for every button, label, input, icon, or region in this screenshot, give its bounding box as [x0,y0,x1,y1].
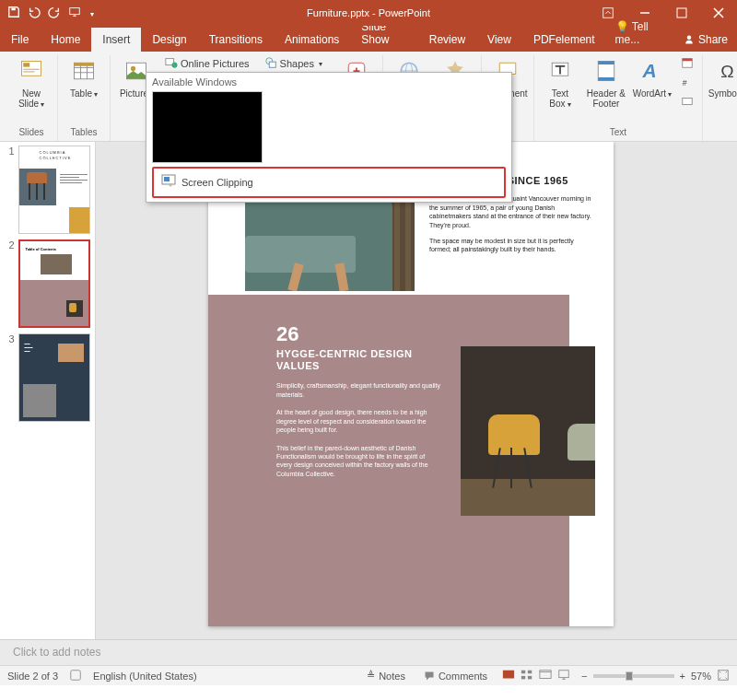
svg-rect-20 [269,62,275,67]
share-button[interactable]: Share [674,28,737,52]
slide-thumbnails-panel: 1 COLUMBIA COLLECTIVE 2 Table of Content… [0,142,96,639]
group-slides: Slides [18,125,43,141]
available-windows-header: Available Windows [146,73,511,91]
object-button[interactable] [678,94,696,111]
chairs-image[interactable] [461,346,595,516]
section-number: 26 [276,322,442,346]
tab-transitions[interactable]: Transitions [198,28,274,52]
status-bar: Slide 2 of 3 English (United States) ≜ N… [0,665,737,685]
zoom-slider[interactable] [593,674,674,678]
normal-view-icon[interactable] [502,669,515,683]
svg-rect-45 [528,675,532,679]
screen-clipping-item[interactable]: + Screen Clipping [152,167,506,198]
slide-thumbnail-1[interactable]: COLUMBIA COLLECTIVE [18,146,90,234]
svg-rect-43 [528,670,532,673]
ribbon-insert: New Slide Slides Table Tables Pictures O… [0,52,737,142]
new-slide-icon [16,55,47,87]
svg-text:+: + [169,182,172,189]
save-icon[interactable] [7,6,20,20]
header-footer-button[interactable]: Header & Footer [586,55,626,109]
online-pictures-icon [165,56,178,71]
object-icon [681,95,694,110]
wordart-button[interactable]: A WordArt [632,55,673,99]
slide-thumbnail-2[interactable]: Table of Contents [18,239,90,328]
svg-rect-8 [75,63,94,66]
shapes-button[interactable]: Shapes [262,55,325,72]
zoom-controls: − + 57% [581,669,730,683]
svg-rect-1 [70,8,80,15]
comments-toggle[interactable]: Comments [420,671,491,682]
svg-rect-33 [683,59,693,62]
zoom-in-button[interactable]: + [680,671,685,682]
svg-rect-29 [598,62,614,65]
notes-pane[interactable]: Click to add notes [0,639,737,665]
tab-review[interactable]: Review [418,28,476,52]
spellcheck-icon[interactable] [69,669,82,683]
close-button[interactable] [700,0,737,26]
header-footer-icon [591,55,622,87]
tab-design[interactable]: Design [141,28,197,52]
redo-icon[interactable] [48,6,61,20]
svg-point-12 [172,63,177,67]
slide-number-icon: # [681,76,694,90]
tab-insert[interactable]: Insert [91,28,141,52]
body-text: This belief in the pared-down aesthetic … [276,444,442,479]
shapes-icon [264,56,277,71]
text-box-icon [544,55,576,87]
slideshow-view-icon[interactable] [557,669,570,683]
body-text: Simplicity, craftsmanship, elegant funct… [276,381,442,399]
symbols-icon: Ω [713,55,737,87]
svg-rect-44 [521,675,525,679]
tab-pdfelement[interactable]: PDFelement [522,28,606,52]
tab-view[interactable]: View [476,28,522,52]
svg-rect-38 [164,177,170,181]
slide-indicator[interactable]: Slide 2 of 3 [7,671,58,682]
notes-toggle[interactable]: ≜ Notes [363,670,409,682]
language-indicator[interactable]: English (United States) [93,671,197,682]
tab-home[interactable]: Home [40,28,91,52]
svg-rect-6 [23,63,29,66]
svg-rect-47 [559,670,569,677]
online-pictures-button[interactable]: Online Pictures [162,55,252,72]
wordart-icon: A [637,55,668,87]
tab-file[interactable]: File [0,28,40,52]
tell-me[interactable]: 💡 Tell me... [606,15,674,52]
available-window-thumb[interactable] [152,91,263,163]
group-tables: Tables [71,125,98,141]
symbols-button[interactable]: Ω Symbols [708,55,737,99]
screenshot-dropdown: Available Windows + Screen Clipping [146,72,512,203]
zoom-out-button[interactable]: − [581,671,587,682]
undo-icon[interactable] [28,6,41,20]
reading-view-icon[interactable] [539,669,552,683]
editor-area: 1 COLUMBIA COLLECTIVE 2 Table of Content… [0,142,737,639]
text-box-button[interactable]: Text Box [540,55,580,110]
section-26[interactable]: 26 HYGGE-CENTRIC DESIGN VALUES Simplicit… [276,322,442,478]
sorter-view-icon[interactable] [521,669,533,683]
svg-rect-3 [677,8,686,18]
qat-customize-icon[interactable] [88,7,94,18]
slide-canvas[interactable]: 24 OUR HISTORY SINCE 1965 At the brink o… [96,142,737,639]
date-time-button[interactable] [678,55,696,72]
screen-clipping-icon: + [161,174,176,191]
start-slideshow-icon[interactable] [68,6,81,20]
date-time-icon [681,56,694,71]
table-button[interactable]: Table [64,55,104,99]
svg-rect-40 [71,670,81,680]
svg-point-4 [687,36,692,41]
new-slide-button[interactable]: New Slide [11,55,52,110]
table-icon [68,55,99,87]
window-title: Furniture.pptx - PowerPoint [307,7,430,18]
group-text: Text [610,125,626,141]
fit-to-window-icon[interactable] [717,669,730,683]
svg-rect-35 [683,99,693,105]
slide-thumbnail-3[interactable]: ▬▬▬▬▬▬▬ [18,333,90,422]
slide-content[interactable]: 24 OUR HISTORY SINCE 1965 At the brink o… [208,142,614,626]
zoom-percent[interactable]: 57% [691,671,711,682]
slide-number-button[interactable]: # [678,75,696,91]
tab-animations[interactable]: Animations [274,28,350,52]
svg-text:A: A [641,60,656,81]
svg-rect-42 [521,670,525,673]
svg-text:Ω: Ω [720,62,733,81]
svg-point-10 [131,66,135,71]
svg-rect-41 [503,670,514,678]
